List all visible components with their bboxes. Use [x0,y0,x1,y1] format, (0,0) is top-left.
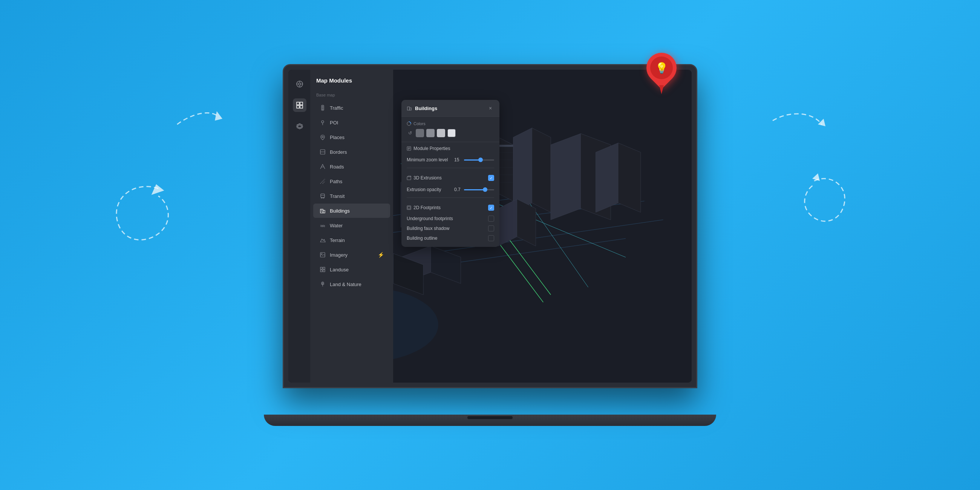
panel-title-text: Buildings [415,105,437,111]
module-item-land-nature[interactable]: Land & Nature [313,277,390,291]
location-pin: 💡 [644,53,678,94]
sidebar-target-icon[interactable] [293,77,306,91]
module-item-imagery[interactable]: Imagery ⚡ [313,248,390,262]
borders-icon [319,148,326,155]
module-item-poi[interactable]: POI [313,115,390,130]
laptop-base [264,415,716,426]
footprints-icon [407,205,411,210]
module-item-terrain[interactable]: Terrain [313,233,390,247]
svg-rect-97 [407,177,411,180]
svg-rect-100 [408,207,410,209]
underground-checkbox[interactable] [488,216,494,222]
svg-rect-72 [321,194,325,197]
imagery-label: Imagery [330,252,347,258]
color-swatches: ↺ [407,129,494,137]
colors-label: Colors [407,121,494,126]
imagery-disabled-icon: ⚡ [378,252,384,258]
land-nature-icon [319,281,326,288]
faux-shadow-row: Building faux shadow [407,224,494,233]
buildings-icon [319,207,326,214]
color-swatch-3[interactable] [437,129,445,137]
modules-panel: Map Modules Base map Traffic [310,70,393,383]
svg-rect-59 [297,102,299,105]
svg-rect-90 [407,107,410,110]
paths-icon [319,178,326,185]
svg-point-54 [299,83,301,85]
terrain-label: Terrain [330,237,345,243]
module-item-places[interactable]: Places [313,130,390,144]
opacity-slider-thumb[interactable] [483,187,487,192]
laptop-body: Map Modules Base map Traffic [283,64,697,388]
colors-icon [407,121,411,126]
color-swatch-1[interactable] [416,129,424,137]
extrusions-checkbox[interactable] [488,175,494,181]
borders-label: Borders [330,149,347,155]
landuse-icon [319,266,326,273]
color-swatch-4[interactable] [447,129,456,137]
land-nature-label: Land & Nature [330,282,361,287]
module-item-transit[interactable]: Transit [313,189,390,203]
svg-rect-60 [300,102,303,105]
svg-point-67 [321,121,324,123]
svg-marker-19 [532,128,551,212]
footprints-checkbox[interactable] [488,205,494,211]
faux-shadow-checkbox[interactable] [488,225,494,231]
svg-rect-61 [297,105,299,108]
module-props-icon [407,146,411,151]
opacity-slider[interactable] [464,189,494,190]
module-item-landuse[interactable]: Landuse [313,262,390,277]
svg-rect-87 [320,270,322,272]
roads-label: Roads [330,164,344,170]
module-item-water[interactable]: Water [313,218,390,232]
opacity-control: 0.7 [454,187,494,192]
svg-marker-24 [551,134,581,220]
buildings-label: Buildings [330,208,350,214]
svg-rect-62 [300,105,303,108]
transit-icon [319,192,326,199]
zoom-slider[interactable] [464,159,494,161]
module-item-borders[interactable]: Borders [313,145,390,159]
module-item-buildings[interactable]: Buildings [313,204,390,218]
opacity-slider-fill [464,189,485,190]
extrusions-icon [407,176,411,180]
color-swatch-2[interactable] [426,129,434,137]
roads-icon [319,163,326,170]
opacity-row: Extrusion opacity 0.7 [407,184,494,195]
extrusions-section: 3D Extrusions Extrusion opacity 0.7 [401,168,500,197]
underground-row: Underground footprints [407,214,494,224]
sidebar-layers-icon[interactable] [293,119,306,133]
zoom-control: 15 [454,157,494,162]
module-item-paths[interactable]: Paths [313,174,390,188]
svg-marker-15 [498,137,513,201]
svg-rect-85 [320,267,322,269]
zoom-slider-thumb[interactable] [478,158,483,162]
water-icon [319,222,326,229]
svg-rect-88 [323,270,325,272]
zoom-level-row: Minimum zoom level 15 [407,154,494,165]
svg-rect-91 [410,108,411,110]
svg-marker-33 [595,143,618,212]
paths-label: Paths [330,179,342,184]
outline-row: Building outline [407,233,494,243]
sidebar-grid-icon[interactable] [293,99,306,112]
panel-header-left: Buildings [407,105,437,111]
buildings-panel: Buildings × Colors ↺ [401,100,500,247]
water-label: Water [330,223,343,228]
sidebar [288,70,311,383]
panel-header: Buildings × [401,100,500,117]
svg-marker-34 [618,143,641,212]
extrusions-row: 3D Extrusions [407,172,494,184]
svg-point-64 [322,106,323,107]
places-label: Places [330,135,345,140]
panel-close-button[interactable]: × [487,104,494,112]
poi-label: POI [330,120,338,126]
transit-label: Transit [330,193,345,199]
terrain-icon [319,237,326,243]
outline-checkbox[interactable] [488,235,494,241]
color-reset-icon[interactable]: ↺ [407,130,414,137]
svg-rect-86 [323,267,325,269]
module-props-section: Module Properties Minimum zoom level 15 [401,142,500,168]
module-item-traffic[interactable]: Traffic [313,101,390,115]
svg-rect-99 [407,206,411,210]
module-item-roads[interactable]: Roads [313,159,390,174]
